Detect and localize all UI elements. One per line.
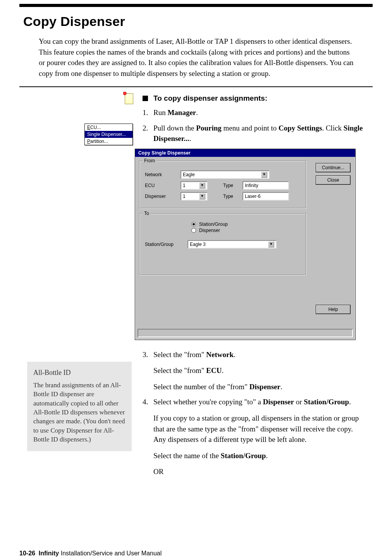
continue-button[interactable]: Continue... (316, 163, 351, 172)
radio-icon[interactable] (191, 222, 196, 227)
sticky-note-icon (125, 93, 133, 104)
step-3b: Select the number of the "from" Dispense… (153, 381, 365, 392)
combo-network-value: Eagle (183, 172, 195, 177)
sidebar-note-body: The brand assignments of an All-Bottle I… (33, 381, 126, 444)
step-4: Select whether you're copying "to" a Dis… (153, 397, 365, 477)
dialog-copy-single-dispenser: Copy Single Dispenser Continue... Close … (135, 149, 356, 340)
sidebar-note-title: All-Bottle ID (33, 368, 126, 378)
radio-dispenser[interactable]: Dispenser (191, 228, 301, 233)
radio-dispenser-label: Dispenser (199, 228, 220, 233)
label-network: Network (145, 172, 177, 177)
bullet-square-icon (143, 96, 148, 101)
intro-paragraph: You can copy the brand assignments of La… (39, 36, 357, 79)
dialog-title: Copy Single Dispenser (135, 149, 355, 157)
label-ecu-type: Type (223, 183, 239, 188)
combo-dispenser[interactable]: 1 ▼ (181, 192, 208, 201)
sidebar-note: All-Bottle ID The brand assignments of a… (27, 362, 132, 451)
dialog-statusbar (138, 329, 353, 337)
combo-station-group-value: Eagle 3 (190, 242, 206, 247)
value-dispenser-type: Laser-6 (242, 192, 289, 201)
chevron-down-icon[interactable]: ▼ (261, 172, 267, 178)
menu-popup: ECU... Single Dispenser... Partition... (84, 124, 133, 145)
chevron-down-icon[interactable]: ▼ (199, 182, 205, 189)
page-footer: 10-26 Infinity Installation/Service and … (19, 550, 162, 557)
step-4b: Select the name of the Station/Group. (153, 450, 365, 461)
radio-icon[interactable] (191, 228, 196, 233)
value-ecu-type: Infinity (242, 181, 289, 190)
step-4a: If you copy to a station or group, all d… (153, 413, 365, 445)
label-dispenser-type: Type (223, 194, 239, 199)
combo-ecu-value: 1 (183, 183, 186, 188)
label-station-group: Station/Group (145, 242, 184, 247)
radio-station-group-label: Station/Group (199, 222, 228, 227)
divider (19, 86, 373, 87)
step-3: Select the "from" Network. Select the "f… (153, 349, 365, 392)
label-ecu: ECU (145, 183, 177, 188)
combo-network[interactable]: Eagle ▼ (181, 170, 270, 179)
chevron-down-icon[interactable]: ▼ (199, 193, 205, 199)
combo-ecu[interactable]: 1 ▼ (181, 181, 208, 190)
page-title: Copy Dispenser (23, 14, 373, 29)
chevron-down-icon[interactable]: ▼ (268, 241, 274, 247)
task-heading: To copy dispenser assignments: (143, 94, 365, 103)
combo-dispenser-value: 1 (183, 194, 186, 199)
close-button[interactable]: Close (316, 175, 351, 185)
top-bar (19, 4, 373, 7)
groupbox-from: From Network Eagle ▼ ECU 1 (139, 161, 306, 209)
step-1: Run Manager. (153, 107, 365, 118)
help-button[interactable]: Help (316, 305, 351, 314)
radio-station-group[interactable]: Station/Group (191, 222, 301, 227)
groupbox-to: To Station/Group Dispenser Station/Group (139, 213, 306, 275)
step-2: Pull down the Pouring menu and point to … (153, 123, 365, 144)
groupbox-to-legend: To (143, 211, 151, 216)
step-4c: OR (153, 466, 365, 477)
step-3a: Select the "from" ECU. (153, 365, 365, 376)
combo-station-group[interactable]: Eagle 3 ▼ (187, 240, 277, 249)
menu-item-partition[interactable]: Partition... (85, 138, 132, 145)
groupbox-from-legend: From (143, 158, 156, 163)
label-dispenser: Dispenser (145, 194, 177, 199)
task-heading-text: To copy dispenser assignments: (153, 94, 267, 103)
menu-item-ecu[interactable]: ECU... (85, 124, 132, 131)
menu-item-single-dispenser[interactable]: Single Dispenser... (85, 131, 132, 138)
